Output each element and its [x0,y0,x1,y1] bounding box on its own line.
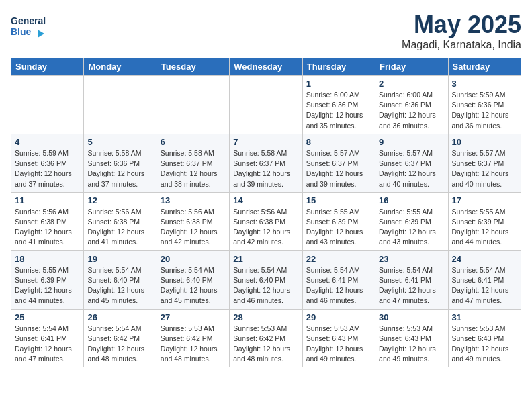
day-detail: Sunrise: 5:54 AMSunset: 6:40 PMDaylight:… [161,265,226,306]
day-detail: Sunrise: 5:56 AMSunset: 6:38 PMDaylight:… [87,207,152,248]
calendar-cell: 2Sunrise: 6:00 AMSunset: 6:36 PMDaylight… [375,76,448,134]
day-detail: Sunrise: 5:53 AMSunset: 6:42 PMDaylight:… [161,324,226,365]
day-detail: Sunrise: 6:00 AMSunset: 6:36 PMDaylight:… [306,90,371,131]
day-detail: Sunrise: 5:57 AMSunset: 6:37 PMDaylight:… [379,148,444,189]
day-number: 1 [306,79,371,89]
day-detail: Sunrise: 5:57 AMSunset: 6:37 PMDaylight:… [306,148,371,189]
calendar-cell: 14Sunrise: 5:56 AMSunset: 6:38 PMDayligh… [230,192,302,250]
day-number: 9 [379,137,444,147]
calendar-week-row: 11Sunrise: 5:56 AMSunset: 6:38 PMDayligh… [11,192,521,250]
day-number: 4 [15,137,80,147]
day-number: 15 [306,195,371,205]
weekday-header-saturday: Saturday [448,58,521,76]
day-detail: Sunrise: 5:54 AMSunset: 6:40 PMDaylight:… [233,265,298,306]
day-detail: Sunrise: 5:56 AMSunset: 6:38 PMDaylight:… [233,207,298,248]
day-number: 6 [161,137,226,147]
day-number: 14 [233,195,298,205]
day-number: 17 [452,195,517,205]
calendar-week-row: 25Sunrise: 5:54 AMSunset: 6:41 PMDayligh… [11,309,521,367]
day-detail: Sunrise: 6:00 AMSunset: 6:36 PMDaylight:… [379,90,444,131]
day-number: 23 [379,254,444,264]
weekday-header-friday: Friday [375,58,448,76]
calendar-cell: 31Sunrise: 5:53 AMSunset: 6:43 PMDayligh… [448,309,521,367]
day-detail: Sunrise: 5:55 AMSunset: 6:39 PMDaylight:… [306,207,371,248]
day-number: 21 [233,254,298,264]
day-detail: Sunrise: 5:54 AMSunset: 6:40 PMDaylight:… [87,265,152,306]
day-detail: Sunrise: 5:58 AMSunset: 6:37 PMDaylight:… [161,148,226,189]
calendar-week-row: 4Sunrise: 5:59 AMSunset: 6:36 PMDaylight… [11,134,521,192]
calendar-cell: 27Sunrise: 5:53 AMSunset: 6:42 PMDayligh… [157,309,229,367]
day-detail: Sunrise: 5:53 AMSunset: 6:42 PMDaylight:… [233,324,298,365]
weekday-header-monday: Monday [84,58,157,76]
day-number: 8 [306,137,371,147]
weekday-header-sunday: Sunday [11,58,84,76]
calendar-cell: 28Sunrise: 5:53 AMSunset: 6:42 PMDayligh… [230,309,302,367]
calendar-cell [157,76,229,134]
day-number: 20 [161,254,226,264]
day-number: 26 [87,312,152,322]
day-number: 7 [233,137,298,147]
calendar-table: SundayMondayTuesdayWednesdayThursdayFrid… [11,58,521,367]
day-detail: Sunrise: 5:54 AMSunset: 6:41 PMDaylight:… [379,265,444,306]
day-number: 29 [306,312,371,322]
title-block: May 2025 Magadi, Karnataka, India [402,11,521,51]
calendar-cell: 18Sunrise: 5:55 AMSunset: 6:39 PMDayligh… [11,250,84,309]
day-detail: Sunrise: 5:59 AMSunset: 6:36 PMDaylight:… [15,148,80,189]
weekday-header-wednesday: Wednesday [230,58,302,76]
day-detail: Sunrise: 5:54 AMSunset: 6:41 PMDaylight:… [452,265,517,306]
calendar-cell [230,76,302,134]
calendar-cell: 10Sunrise: 5:57 AMSunset: 6:37 PMDayligh… [448,134,521,192]
day-detail: Sunrise: 5:53 AMSunset: 6:43 PMDaylight:… [379,324,444,365]
calendar-cell [11,76,84,134]
day-number: 28 [233,312,298,322]
calendar-cell: 20Sunrise: 5:54 AMSunset: 6:40 PMDayligh… [157,250,229,309]
day-number: 2 [379,79,444,89]
day-number: 5 [87,137,152,147]
day-number: 22 [306,254,371,264]
calendar-week-row: 18Sunrise: 5:55 AMSunset: 6:39 PMDayligh… [11,250,521,309]
calendar-cell: 1Sunrise: 6:00 AMSunset: 6:36 PMDaylight… [302,76,375,134]
calendar-cell: 16Sunrise: 5:55 AMSunset: 6:39 PMDayligh… [375,192,448,250]
calendar-cell: 29Sunrise: 5:53 AMSunset: 6:43 PMDayligh… [302,309,375,367]
day-detail: Sunrise: 5:54 AMSunset: 6:42 PMDaylight:… [87,324,152,365]
day-number: 13 [161,195,226,205]
day-detail: Sunrise: 5:55 AMSunset: 6:39 PMDaylight:… [379,207,444,248]
day-number: 10 [452,137,517,147]
day-detail: Sunrise: 5:55 AMSunset: 6:39 PMDaylight:… [15,265,80,306]
day-number: 18 [15,254,80,264]
day-detail: Sunrise: 5:56 AMSunset: 6:38 PMDaylight:… [161,207,226,248]
weekday-header-thursday: Thursday [302,58,375,76]
calendar-cell: 13Sunrise: 5:56 AMSunset: 6:38 PMDayligh… [157,192,229,250]
calendar-cell: 11Sunrise: 5:56 AMSunset: 6:38 PMDayligh… [11,192,84,250]
day-detail: Sunrise: 5:58 AMSunset: 6:37 PMDaylight:… [233,148,298,189]
day-number: 11 [15,195,80,205]
day-number: 31 [452,312,517,322]
day-detail: Sunrise: 5:54 AMSunset: 6:41 PMDaylight:… [306,265,371,306]
calendar-cell: 8Sunrise: 5:57 AMSunset: 6:37 PMDaylight… [302,134,375,192]
calendar-cell: 24Sunrise: 5:54 AMSunset: 6:41 PMDayligh… [448,250,521,309]
day-number: 16 [379,195,444,205]
calendar-cell: 25Sunrise: 5:54 AMSunset: 6:41 PMDayligh… [11,309,84,367]
calendar-cell: 5Sunrise: 5:58 AMSunset: 6:36 PMDaylight… [84,134,157,192]
day-detail: Sunrise: 5:55 AMSunset: 6:39 PMDaylight:… [452,207,517,248]
svg-text:Blue: Blue [11,26,32,37]
day-number: 12 [87,195,152,205]
calendar-cell: 30Sunrise: 5:53 AMSunset: 6:43 PMDayligh… [375,309,448,367]
calendar-cell: 3Sunrise: 5:59 AMSunset: 6:36 PMDaylight… [448,76,521,134]
svg-text:General: General [11,15,46,26]
svg-marker-2 [38,30,44,38]
calendar-cell: 19Sunrise: 5:54 AMSunset: 6:40 PMDayligh… [84,250,157,309]
month-year: May 2025 [402,11,521,39]
page-header: General Blue May 2025 Magadi, Karnataka,… [11,11,521,51]
calendar-cell: 4Sunrise: 5:59 AMSunset: 6:36 PMDaylight… [11,134,84,192]
weekday-header-row: SundayMondayTuesdayWednesdayThursdayFrid… [11,58,521,76]
calendar-cell: 17Sunrise: 5:55 AMSunset: 6:39 PMDayligh… [448,192,521,250]
day-number: 19 [87,254,152,264]
day-number: 24 [452,254,517,264]
day-detail: Sunrise: 5:56 AMSunset: 6:38 PMDaylight:… [15,207,80,248]
day-detail: Sunrise: 5:53 AMSunset: 6:43 PMDaylight:… [306,324,371,365]
day-detail: Sunrise: 5:58 AMSunset: 6:36 PMDaylight:… [87,148,152,189]
day-number: 25 [15,312,80,322]
calendar-cell: 21Sunrise: 5:54 AMSunset: 6:40 PMDayligh… [230,250,302,309]
day-number: 3 [452,79,517,89]
